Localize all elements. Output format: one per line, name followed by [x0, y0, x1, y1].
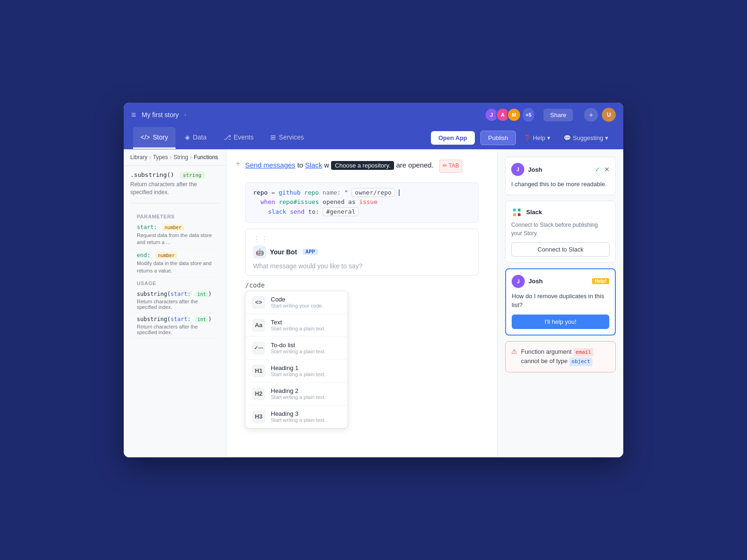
dropdown-h1[interactable]: H1 Heading 1 Start writing a plain text. — [246, 360, 347, 383]
tab-services[interactable]: ⊞ Services — [263, 127, 311, 149]
drag-handle[interactable]: ⋮⋮ — [253, 235, 268, 244]
breadcrumb-string[interactable]: String — [174, 154, 188, 161]
svg-rect-3 — [518, 213, 521, 216]
tab-story[interactable]: </> Story — [133, 127, 176, 149]
warning-icon: ⚠ — [511, 348, 517, 355]
bot-message-placeholder[interactable]: What message would you like to say? — [253, 262, 471, 270]
help-button[interactable]: ❓ Help ▾ — [518, 131, 556, 145]
bot-header: 🤖 Your Bot APP — [253, 245, 471, 259]
error-text-prefix: Function argument — [521, 348, 573, 355]
help-chevron: ▾ — [547, 134, 550, 141]
channel-input[interactable]: #general — [323, 207, 359, 216]
breadcrumb-library[interactable]: Library — [130, 154, 148, 161]
services-tab-icon: ⊞ — [270, 133, 276, 141]
comment-accept-button[interactable]: ✓ — [595, 166, 600, 173]
tab-events[interactable]: ⎇ Events — [216, 127, 261, 149]
svg-rect-1 — [518, 209, 521, 211]
usage-item-1: substring(start: int) Return characters … — [130, 288, 219, 313]
text-item-title: Text — [271, 319, 325, 326]
code-icon: <> — [252, 296, 265, 309]
h2-item-title: Heading 2 — [271, 387, 325, 394]
avatar-count[interactable]: +5 — [523, 108, 535, 122]
top-bar: ≡ My first story › J A M +5 Share + U — [124, 103, 623, 127]
slack-title: Slack — [526, 209, 542, 216]
comment-reject-button[interactable]: ✕ — [604, 166, 610, 173]
usage-2-sig: substring(start: int) — [137, 316, 213, 322]
comment-text-josh: I changed this to be more readable. — [511, 180, 610, 189]
help-requester-name: Josh — [529, 278, 588, 285]
help-request-card: J Josh Help! How do I remove duplicates … — [505, 268, 616, 336]
suggesting-chevron: ▾ — [605, 134, 608, 141]
editor-area[interactable]: + Send messages to Slack w Choose a repo… — [226, 149, 497, 457]
bot-block: ⋮⋮ 🤖 Your Bot APP What message would you… — [245, 229, 479, 276]
comment-card-josh: J Josh ✓ ✕ I changed this to be more rea… — [505, 157, 616, 195]
comment-header: J Josh ✓ ✕ — [511, 163, 610, 176]
error-card: ⚠ Function argument email cannot be of t… — [505, 341, 616, 372]
repo-name-input[interactable]: owner/repo — [352, 188, 395, 197]
svg-rect-0 — [513, 209, 516, 211]
top-bar-actions: + U — [584, 108, 616, 122]
breadcrumb: Library › Types › String › Functions — [124, 149, 226, 166]
tab-data[interactable]: ◈ Data — [177, 127, 214, 149]
connect-slack-button[interactable]: Connect to Slack — [511, 242, 610, 257]
code-editor-block[interactable]: repo = github repo name: " owner/repo wh… — [245, 182, 479, 223]
func-main-desc: Return characters after the specified in… — [130, 181, 219, 196]
h1-icon: H1 — [252, 364, 265, 378]
dropdown-code[interactable]: <> Code Start writing your code. — [246, 291, 347, 314]
sidebar: Library › Types › String › Functions .su… — [124, 149, 226, 457]
param-start: start: number Request data from the data… — [130, 221, 219, 250]
usage-2-desc: Return characters after the specified in… — [137, 324, 213, 335]
story-tab-label: Story — [153, 133, 168, 141]
param-end-desc: Modify data in the data store and return… — [137, 260, 213, 274]
h3-item-subtitle: Start writing a plain text. — [271, 417, 325, 423]
bot-icon: 🤖 — [253, 245, 266, 259]
help-avatar: J — [512, 275, 525, 288]
services-tab-label: Services — [279, 133, 304, 141]
code-line-3: slack send to: #general — [253, 207, 471, 217]
story-block-main: + Send messages to Slack w Choose a repo… — [245, 159, 479, 173]
user-avatar[interactable]: U — [602, 108, 616, 122]
story-title: My first story — [142, 111, 179, 119]
breadcrumb-types[interactable]: Types — [153, 154, 168, 161]
nav-bar: </> Story ◈ Data ⎇ Events ⊞ Services Ope… — [124, 127, 623, 149]
help-icon: ❓ — [523, 134, 531, 141]
code-item-subtitle: Start writing your code. — [271, 303, 324, 308]
app-window: ≡ My first story › J A M +5 Share + U </… — [124, 103, 623, 457]
dropdown-h2[interactable]: H2 Heading 2 Start writing a plain text. — [246, 383, 347, 406]
events-tab-label: Events — [234, 133, 254, 141]
usage-item-2: substring(start: int) Return characters … — [130, 313, 219, 338]
func-main-signature: .substring() string — [130, 171, 219, 179]
publish-button[interactable]: Publish — [480, 131, 516, 145]
send-messages-keyword: Send messages — [245, 161, 296, 169]
choose-repo-tooltip[interactable]: Choose a repository. — [331, 161, 394, 170]
events-tab-icon: ⎇ — [224, 133, 231, 141]
slash-command[interactable]: /code — [245, 281, 479, 289]
open-app-button[interactable]: Open App — [431, 131, 475, 145]
usage-1-sig: substring(start: int) — [137, 291, 213, 297]
slack-keyword: Slack — [305, 161, 322, 169]
share-button[interactable]: Share — [543, 109, 573, 121]
func-type-badge: string — [180, 172, 205, 179]
dropdown-todo[interactable]: ✓— To-do list Start writing a plain text… — [246, 337, 347, 360]
param-start-desc: Request data from the data store and ret… — [137, 232, 213, 246]
error-content: ⚠ Function argument email cannot be of t… — [511, 347, 610, 366]
avatar-3: M — [507, 108, 521, 122]
menu-icon[interactable]: ≡ — [131, 110, 136, 120]
slack-header: Slack — [511, 207, 610, 218]
h3-item-title: Heading 3 — [271, 410, 325, 417]
comment-actions: ✓ ✕ — [595, 166, 610, 173]
h1-item-title: Heading 1 — [271, 364, 325, 371]
suggesting-button[interactable]: 💬 Suggesting ▾ — [558, 131, 614, 145]
dropdown-text[interactable]: Aa Text Start writing a plain text. — [246, 314, 347, 337]
story-tab-icon: </> — [141, 133, 150, 141]
add-icon-button[interactable]: + — [584, 108, 598, 122]
data-tab-icon: ◈ — [185, 133, 190, 141]
story-main-line: Send messages to Slack w Choose a reposi… — [245, 159, 479, 173]
help-question-text: How do I remove duplicates in this list? — [512, 292, 609, 310]
add-block-button[interactable]: + — [236, 160, 240, 168]
sidebar-section: .substring() string Return characters af… — [124, 166, 226, 344]
h2-item-subtitle: Start writing a plain text. — [271, 394, 325, 400]
help-action-button[interactable]: I'll help you! — [512, 315, 609, 329]
suggesting-label: Suggesting — [573, 134, 603, 141]
dropdown-h3[interactable]: H3 Heading 3 Start writing a plain text. — [246, 406, 347, 428]
